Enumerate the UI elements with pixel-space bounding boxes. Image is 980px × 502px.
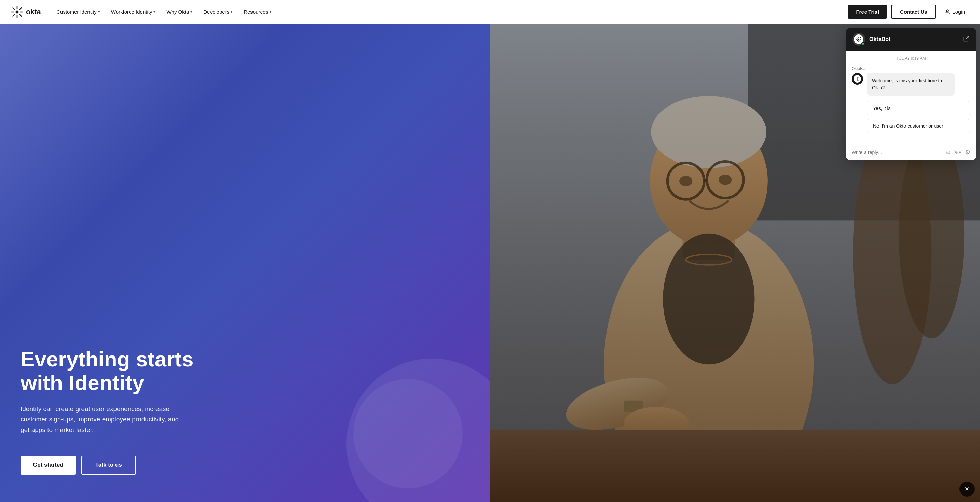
svg-line-47 — [856, 80, 857, 81]
svg-line-46 — [858, 78, 859, 78]
svg-point-39 — [857, 78, 858, 79]
svg-line-37 — [857, 40, 858, 41]
chatbot-panel: OktaBot TODAY 9:19 AM OktaBot — [846, 28, 976, 160]
nav-item-developers[interactable]: Developers ▾ — [199, 6, 237, 17]
svg-point-14 — [604, 220, 814, 502]
chatbot-close-button[interactable]: × — [959, 481, 975, 497]
svg-point-25 — [624, 407, 689, 440]
emoji-icon[interactable]: ☺ — [945, 149, 951, 156]
svg-rect-24 — [624, 400, 643, 413]
chat-message-row: Welcome, is this your first time to Okta… — [851, 73, 970, 95]
hero-section: Everything starts with Identity Identity… — [0, 24, 980, 502]
chatbot-title: OktaBot — [869, 36, 891, 42]
chevron-down-icon: ▾ — [190, 10, 192, 14]
nav-links: Customer Identity ▾ Workforce Identity ▾… — [52, 6, 848, 17]
svg-point-16 — [650, 116, 768, 246]
svg-line-35 — [860, 40, 861, 41]
svg-point-0 — [16, 10, 19, 13]
svg-point-18 — [667, 163, 704, 199]
talk-to-us-button[interactable]: Talk to us — [81, 456, 136, 475]
chatbot-header: OktaBot — [846, 28, 976, 51]
chat-option-no[interactable]: No, I'm an Okta customer or user — [867, 119, 970, 133]
svg-point-9 — [946, 10, 948, 12]
login-button[interactable]: Login — [940, 6, 969, 18]
svg-point-22 — [719, 175, 732, 185]
hero-right-panel: OktaBot TODAY 9:19 AM OktaBot — [490, 24, 980, 502]
free-trial-button[interactable]: Free Trial — [848, 5, 887, 19]
chat-timestamp: TODAY 9:19 AM — [851, 56, 970, 61]
svg-line-38 — [966, 36, 969, 39]
svg-rect-15 — [683, 207, 735, 259]
okta-wordmark: okta — [26, 8, 41, 16]
chat-bot-icon-svg — [855, 76, 860, 81]
chat-options: Yes, it is No, I'm an Okta customer or u… — [851, 101, 970, 133]
navigation: okta Customer Identity ▾ Workforce Ident… — [0, 0, 980, 24]
chat-footer-icons: ☺ GIF ⚙ — [945, 149, 970, 156]
svg-line-34 — [857, 37, 858, 38]
okta-sunburst-icon — [11, 6, 23, 18]
okta-logo[interactable]: okta — [11, 6, 41, 18]
hero-subtext: Identity can create great user experienc… — [21, 404, 185, 435]
hero-buttons: Get started Talk to us — [21, 456, 469, 475]
svg-rect-26 — [490, 430, 980, 502]
chevron-down-icon: ▾ — [98, 10, 100, 14]
svg-line-8 — [13, 14, 14, 16]
nav-item-why-okta[interactable]: Why Okta ▾ — [162, 6, 197, 17]
get-started-button[interactable]: Get started — [21, 456, 76, 475]
chat-welcome-bubble: Welcome, is this your first time to Okta… — [867, 73, 955, 95]
svg-line-45 — [858, 80, 859, 81]
export-icon[interactable] — [963, 35, 970, 44]
chat-bot-avatar — [851, 73, 863, 85]
hero-decoration-circle — [347, 359, 490, 502]
chat-sender-label: OktaBot — [851, 66, 970, 71]
chevron-down-icon: ▾ — [153, 10, 156, 14]
chatbot-header-left: OktaBot — [852, 33, 891, 46]
svg-line-6 — [19, 14, 21, 16]
nav-item-customer-identity[interactable]: Customer Identity ▾ — [52, 6, 105, 17]
okta-bot-icon — [856, 36, 862, 42]
chat-option-yes[interactable]: Yes, it is — [867, 101, 970, 116]
chatbot-footer: ☺ GIF ⚙ — [846, 144, 976, 160]
contact-us-button[interactable]: Contact Us — [891, 5, 936, 19]
nav-item-workforce-identity[interactable]: Workforce Identity ▾ — [106, 6, 161, 17]
person-icon — [944, 9, 950, 15]
chevron-down-icon: ▾ — [231, 10, 233, 14]
chatbot-avatar — [852, 33, 865, 46]
settings-icon[interactable]: ⚙ — [965, 149, 970, 156]
svg-point-28 — [686, 254, 732, 265]
svg-point-29 — [858, 38, 860, 40]
gif-button[interactable]: GIF — [954, 150, 962, 155]
svg-point-21 — [679, 176, 692, 186]
svg-line-44 — [856, 78, 857, 78]
svg-line-20 — [704, 180, 707, 181]
svg-point-23 — [560, 368, 673, 440]
svg-point-12 — [853, 122, 931, 384]
chatbot-online-status — [861, 42, 865, 45]
svg-line-7 — [19, 8, 21, 9]
svg-point-17 — [651, 96, 767, 168]
chevron-down-icon: ▾ — [270, 10, 272, 14]
svg-point-19 — [707, 162, 743, 198]
svg-point-27 — [663, 234, 754, 365]
svg-line-36 — [860, 37, 861, 38]
nav-actions: Free Trial Contact Us Login — [848, 5, 969, 19]
svg-line-5 — [13, 8, 14, 9]
chat-reply-input[interactable] — [851, 149, 942, 155]
chatbot-body: TODAY 9:19 AM OktaBot — [846, 51, 976, 144]
nav-item-resources[interactable]: Resources ▾ — [239, 6, 277, 17]
hero-heading: Everything starts with Identity — [21, 348, 198, 394]
hero-left-panel: Everything starts with Identity Identity… — [0, 24, 490, 502]
